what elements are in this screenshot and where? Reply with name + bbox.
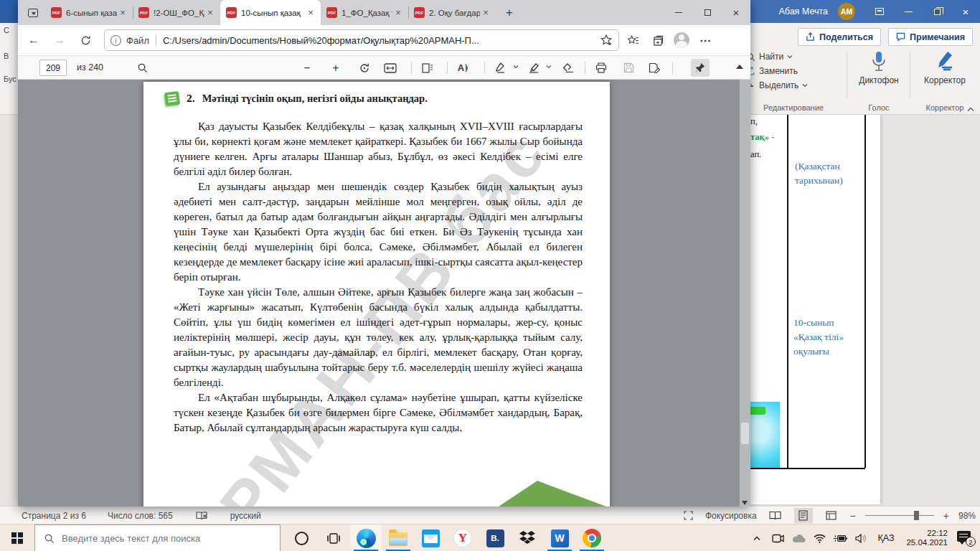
browser-maximize-button[interactable] [693, 0, 722, 25]
onedrive-icon[interactable] [791, 530, 806, 546]
status-language[interactable]: русский [230, 511, 261, 521]
doc-green-fragment: тақ» - [750, 132, 774, 143]
collapse-toolbar-icon[interactable] [736, 65, 743, 69]
editor-button[interactable]: Корректор [916, 50, 974, 85]
print-layout-button[interactable] [794, 508, 813, 523]
forward-button[interactable]: → [50, 30, 70, 50]
wifi-icon[interactable] [812, 530, 826, 546]
taskbar-explorer-button[interactable] [382, 524, 414, 551]
read-aloud-icon[interactable]: A [454, 59, 473, 77]
volume-icon[interactable] [854, 530, 868, 546]
browser-minimize-button[interactable] [664, 0, 693, 25]
search-input[interactable] [62, 533, 255, 544]
tab-5[interactable]: PDF 2. Оқу бағдарла × [408, 0, 496, 25]
cortana-icon [295, 532, 308, 545]
tab-close-icon[interactable]: × [204, 7, 216, 19]
draw-pen-chevron-icon[interactable] [513, 65, 519, 69]
show-hidden-icons-button[interactable] [750, 530, 764, 546]
cortana-button[interactable] [286, 524, 317, 551]
ribbon-options-icon [875, 8, 884, 15]
task-view-button[interactable] [318, 524, 349, 551]
taskbar-search-box[interactable] [34, 524, 281, 551]
taskbar: Y B. W ҚАЗ 22:12 25.04.2021 [0, 524, 980, 551]
taskbar-chrome-button[interactable] [576, 524, 608, 551]
page-view-icon[interactable] [418, 59, 437, 77]
doc-text-fragment: ап. [750, 149, 761, 160]
url-scheme-label: Файл [126, 35, 149, 46]
task-text: Мәтінді түсініп оқып, негізгі ойды анықт… [202, 92, 428, 105]
scroll-down-arrow-icon[interactable] [742, 501, 748, 505]
find-button[interactable]: Найти [746, 52, 808, 62]
zoom-in-button[interactable]: + [943, 510, 949, 522]
refresh-button[interactable] [75, 30, 95, 50]
zoom-slider-thumb[interactable] [914, 511, 919, 520]
favorites-bar-icon[interactable] [622, 29, 644, 51]
new-tab-button[interactable]: + [500, 4, 519, 22]
language-indicator[interactable]: ҚАЗ [875, 533, 897, 543]
highlighter-chevron-icon[interactable] [546, 65, 552, 69]
zoom-in-icon[interactable]: + [326, 59, 345, 77]
tab-3-active[interactable]: PDF 10-сынып қазақ × [220, 0, 321, 25]
tab-close-icon[interactable]: × [117, 7, 128, 19]
rotate-icon[interactable] [355, 59, 374, 77]
word-account-avatar[interactable]: AM [838, 3, 855, 20]
tab-close-icon[interactable]: × [392, 7, 404, 19]
word-restore-button[interactable] [923, 0, 951, 23]
browser-menu-button[interactable]: ⋯ [695, 29, 717, 51]
url-omnibox[interactable]: i Файл C:/Users/admin/Documents/Новый%20… [104, 29, 619, 51]
draw-pen-icon[interactable] [491, 59, 510, 77]
taskbar-edge-button[interactable] [350, 524, 382, 551]
pdf-scrollbar[interactable] [740, 80, 750, 507]
highlighter-icon[interactable] [524, 59, 543, 77]
print-icon[interactable] [592, 59, 611, 77]
web-layout-button[interactable] [822, 508, 841, 523]
fit-to-width-icon[interactable] [381, 59, 400, 77]
zoom-out-icon[interactable]: − [298, 59, 316, 77]
battery-charging-icon[interactable] [833, 530, 847, 546]
back-button[interactable]: ← [24, 30, 44, 50]
ribbon-display-options-button[interactable] [865, 0, 894, 23]
word-close-button[interactable]: × [951, 0, 980, 23]
tab-actions-menu-button[interactable] [24, 4, 42, 22]
replace-button[interactable]: Заменить [746, 66, 808, 76]
taskbar-word-button[interactable]: W [544, 524, 575, 551]
dictate-button[interactable]: Диктофон [853, 50, 905, 85]
zoom-percentage[interactable]: 98% [958, 511, 976, 521]
word-minimize-button[interactable] [894, 0, 923, 23]
tab-close-icon[interactable]: × [480, 7, 491, 19]
status-word-count[interactable]: Число слов: 565 [108, 511, 173, 521]
browser-close-button[interactable]: × [722, 0, 750, 25]
tab-4[interactable]: PDF 1_ФО_Қазақ тілі × [321, 0, 408, 25]
taskbar-yandex-button[interactable]: Y [447, 524, 479, 551]
select-button[interactable]: Выделить [746, 80, 808, 90]
focus-mode-button[interactable]: Фокусировка [705, 511, 757, 521]
tab-1[interactable]: PDF 6-сынып қазақ т × [45, 0, 133, 25]
start-button[interactable] [0, 524, 34, 551]
page-number-input[interactable] [39, 60, 67, 76]
share-button[interactable]: Поделиться [798, 28, 881, 46]
action-center-button[interactable]: 2 [957, 529, 976, 547]
status-page-count[interactable]: Страница 2 из 6 [22, 511, 86, 521]
ribbon-collapse-icon[interactable] [967, 107, 974, 112]
read-mode-button[interactable] [766, 508, 785, 523]
comments-button[interactable]: Примечания [888, 28, 973, 46]
pin-toolbar-button[interactable] [691, 59, 710, 77]
taskbar-dropbox-button[interactable] [512, 524, 543, 551]
add-favorite-icon[interactable] [600, 34, 613, 47]
file-info-icon[interactable]: i [110, 35, 121, 46]
meet-now-icon[interactable] [771, 530, 785, 546]
taskbar-vk-button[interactable]: B. [479, 524, 511, 551]
zoom-slider[interactable] [865, 515, 934, 517]
tab-close-icon[interactable]: × [305, 7, 316, 19]
proofing-status-icon[interactable] [194, 508, 209, 524]
eraser-icon[interactable] [559, 59, 578, 77]
zoom-out-button[interactable]: − [850, 510, 856, 522]
clock[interactable]: 22:12 25.04.2021 [903, 529, 951, 547]
collections-icon[interactable] [646, 29, 668, 51]
profile-avatar[interactable] [671, 29, 692, 51]
tab-2[interactable]: PDF !2-ОШ_ФО_Қаза × [133, 0, 220, 25]
scrollbar-thumb[interactable] [741, 423, 749, 444]
pdf-search-icon[interactable] [133, 59, 151, 77]
taskbar-mail-button[interactable] [415, 524, 446, 551]
save-as-icon[interactable] [645, 59, 664, 77]
